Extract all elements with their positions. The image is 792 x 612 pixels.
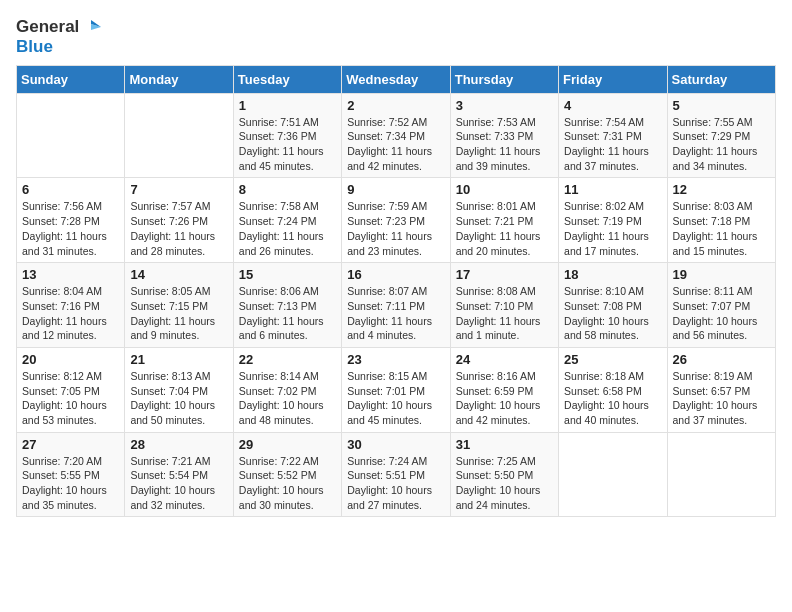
day-info: Sunrise: 8:10 AM Sunset: 7:08 PM Dayligh… (564, 284, 661, 343)
day-number: 12 (673, 182, 770, 197)
day-info: Sunrise: 8:05 AM Sunset: 7:15 PM Dayligh… (130, 284, 227, 343)
calendar-cell (17, 93, 125, 178)
day-info: Sunrise: 8:02 AM Sunset: 7:19 PM Dayligh… (564, 199, 661, 258)
day-info: Sunrise: 8:11 AM Sunset: 7:07 PM Dayligh… (673, 284, 770, 343)
calendar-cell: 13Sunrise: 8:04 AM Sunset: 7:16 PM Dayli… (17, 263, 125, 348)
day-info: Sunrise: 8:15 AM Sunset: 7:01 PM Dayligh… (347, 369, 444, 428)
logo-text: General Blue (16, 16, 103, 57)
day-number: 14 (130, 267, 227, 282)
calendar-cell: 21Sunrise: 8:13 AM Sunset: 7:04 PM Dayli… (125, 347, 233, 432)
day-number: 4 (564, 98, 661, 113)
day-info: Sunrise: 8:16 AM Sunset: 6:59 PM Dayligh… (456, 369, 553, 428)
day-number: 2 (347, 98, 444, 113)
day-info: Sunrise: 7:59 AM Sunset: 7:23 PM Dayligh… (347, 199, 444, 258)
day-number: 5 (673, 98, 770, 113)
day-info: Sunrise: 8:06 AM Sunset: 7:13 PM Dayligh… (239, 284, 336, 343)
day-info: Sunrise: 8:01 AM Sunset: 7:21 PM Dayligh… (456, 199, 553, 258)
day-info: Sunrise: 7:24 AM Sunset: 5:51 PM Dayligh… (347, 454, 444, 513)
calendar-cell: 8Sunrise: 7:58 AM Sunset: 7:24 PM Daylig… (233, 178, 341, 263)
day-info: Sunrise: 7:54 AM Sunset: 7:31 PM Dayligh… (564, 115, 661, 174)
day-info: Sunrise: 7:56 AM Sunset: 7:28 PM Dayligh… (22, 199, 119, 258)
calendar-cell: 26Sunrise: 8:19 AM Sunset: 6:57 PM Dayli… (667, 347, 775, 432)
calendar-cell: 29Sunrise: 7:22 AM Sunset: 5:52 PM Dayli… (233, 432, 341, 517)
calendar-week-row: 13Sunrise: 8:04 AM Sunset: 7:16 PM Dayli… (17, 263, 776, 348)
calendar-cell: 25Sunrise: 8:18 AM Sunset: 6:58 PM Dayli… (559, 347, 667, 432)
day-info: Sunrise: 7:20 AM Sunset: 5:55 PM Dayligh… (22, 454, 119, 513)
calendar-week-row: 6Sunrise: 7:56 AM Sunset: 7:28 PM Daylig… (17, 178, 776, 263)
day-info: Sunrise: 8:19 AM Sunset: 6:57 PM Dayligh… (673, 369, 770, 428)
day-info: Sunrise: 7:52 AM Sunset: 7:34 PM Dayligh… (347, 115, 444, 174)
header-monday: Monday (125, 65, 233, 93)
day-number: 30 (347, 437, 444, 452)
day-info: Sunrise: 7:51 AM Sunset: 7:36 PM Dayligh… (239, 115, 336, 174)
day-number: 21 (130, 352, 227, 367)
day-number: 19 (673, 267, 770, 282)
day-info: Sunrise: 8:18 AM Sunset: 6:58 PM Dayligh… (564, 369, 661, 428)
calendar-cell: 11Sunrise: 8:02 AM Sunset: 7:19 PM Dayli… (559, 178, 667, 263)
day-number: 18 (564, 267, 661, 282)
calendar-cell: 16Sunrise: 8:07 AM Sunset: 7:11 PM Dayli… (342, 263, 450, 348)
day-number: 20 (22, 352, 119, 367)
day-number: 26 (673, 352, 770, 367)
header-friday: Friday (559, 65, 667, 93)
day-info: Sunrise: 7:21 AM Sunset: 5:54 PM Dayligh… (130, 454, 227, 513)
day-number: 17 (456, 267, 553, 282)
calendar-cell (667, 432, 775, 517)
calendar-week-row: 1Sunrise: 7:51 AM Sunset: 7:36 PM Daylig… (17, 93, 776, 178)
calendar-header-row: SundayMondayTuesdayWednesdayThursdayFrid… (17, 65, 776, 93)
calendar-cell: 7Sunrise: 7:57 AM Sunset: 7:26 PM Daylig… (125, 178, 233, 263)
day-info: Sunrise: 7:55 AM Sunset: 7:29 PM Dayligh… (673, 115, 770, 174)
calendar-cell: 17Sunrise: 8:08 AM Sunset: 7:10 PM Dayli… (450, 263, 558, 348)
calendar-cell: 6Sunrise: 7:56 AM Sunset: 7:28 PM Daylig… (17, 178, 125, 263)
calendar-cell: 14Sunrise: 8:05 AM Sunset: 7:15 PM Dayli… (125, 263, 233, 348)
day-info: Sunrise: 7:25 AM Sunset: 5:50 PM Dayligh… (456, 454, 553, 513)
calendar-cell: 15Sunrise: 8:06 AM Sunset: 7:13 PM Dayli… (233, 263, 341, 348)
header-saturday: Saturday (667, 65, 775, 93)
header-wednesday: Wednesday (342, 65, 450, 93)
calendar-cell: 24Sunrise: 8:16 AM Sunset: 6:59 PM Dayli… (450, 347, 558, 432)
day-info: Sunrise: 8:12 AM Sunset: 7:05 PM Dayligh… (22, 369, 119, 428)
day-info: Sunrise: 7:53 AM Sunset: 7:33 PM Dayligh… (456, 115, 553, 174)
day-info: Sunrise: 7:22 AM Sunset: 5:52 PM Dayligh… (239, 454, 336, 513)
header-thursday: Thursday (450, 65, 558, 93)
day-number: 25 (564, 352, 661, 367)
day-number: 29 (239, 437, 336, 452)
calendar-cell: 3Sunrise: 7:53 AM Sunset: 7:33 PM Daylig… (450, 93, 558, 178)
day-info: Sunrise: 8:04 AM Sunset: 7:16 PM Dayligh… (22, 284, 119, 343)
day-info: Sunrise: 8:07 AM Sunset: 7:11 PM Dayligh… (347, 284, 444, 343)
day-info: Sunrise: 8:14 AM Sunset: 7:02 PM Dayligh… (239, 369, 336, 428)
calendar-table: SundayMondayTuesdayWednesdayThursdayFrid… (16, 65, 776, 518)
day-number: 7 (130, 182, 227, 197)
day-number: 13 (22, 267, 119, 282)
calendar-cell: 27Sunrise: 7:20 AM Sunset: 5:55 PM Dayli… (17, 432, 125, 517)
calendar-cell: 2Sunrise: 7:52 AM Sunset: 7:34 PM Daylig… (342, 93, 450, 178)
calendar-cell: 5Sunrise: 7:55 AM Sunset: 7:29 PM Daylig… (667, 93, 775, 178)
calendar-cell: 9Sunrise: 7:59 AM Sunset: 7:23 PM Daylig… (342, 178, 450, 263)
calendar-cell: 18Sunrise: 8:10 AM Sunset: 7:08 PM Dayli… (559, 263, 667, 348)
header-tuesday: Tuesday (233, 65, 341, 93)
logo: General Blue (16, 16, 103, 57)
day-number: 1 (239, 98, 336, 113)
day-number: 28 (130, 437, 227, 452)
calendar-cell: 1Sunrise: 7:51 AM Sunset: 7:36 PM Daylig… (233, 93, 341, 178)
day-number: 15 (239, 267, 336, 282)
calendar-cell: 20Sunrise: 8:12 AM Sunset: 7:05 PM Dayli… (17, 347, 125, 432)
calendar-cell (125, 93, 233, 178)
day-number: 16 (347, 267, 444, 282)
calendar-cell: 30Sunrise: 7:24 AM Sunset: 5:51 PM Dayli… (342, 432, 450, 517)
calendar-cell: 19Sunrise: 8:11 AM Sunset: 7:07 PM Dayli… (667, 263, 775, 348)
calendar-cell (559, 432, 667, 517)
page-header: General Blue (16, 16, 776, 57)
calendar-cell: 4Sunrise: 7:54 AM Sunset: 7:31 PM Daylig… (559, 93, 667, 178)
day-number: 24 (456, 352, 553, 367)
logo-bird-icon (81, 16, 103, 38)
day-number: 9 (347, 182, 444, 197)
day-number: 23 (347, 352, 444, 367)
calendar-cell: 28Sunrise: 7:21 AM Sunset: 5:54 PM Dayli… (125, 432, 233, 517)
day-info: Sunrise: 8:03 AM Sunset: 7:18 PM Dayligh… (673, 199, 770, 258)
calendar-cell: 31Sunrise: 7:25 AM Sunset: 5:50 PM Dayli… (450, 432, 558, 517)
day-number: 6 (22, 182, 119, 197)
day-number: 27 (22, 437, 119, 452)
calendar-week-row: 20Sunrise: 8:12 AM Sunset: 7:05 PM Dayli… (17, 347, 776, 432)
day-number: 31 (456, 437, 553, 452)
